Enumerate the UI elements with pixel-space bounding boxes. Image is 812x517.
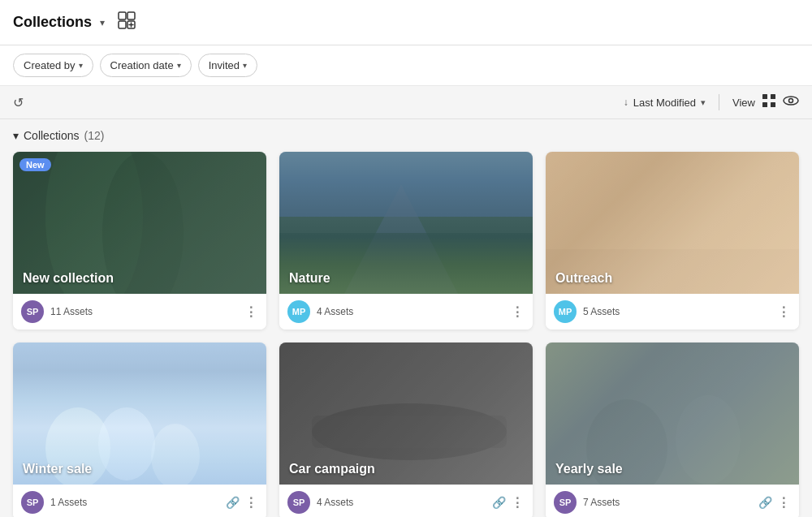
card-footer-left: MP 4 Assets bbox=[287, 300, 353, 323]
filter-creation-date[interactable]: Creation date ▾ bbox=[100, 54, 192, 77]
collection-card: New New collection SP 11 Assets ⋮ bbox=[13, 152, 266, 330]
invited-chevron-icon: ▾ bbox=[243, 61, 247, 70]
card-footer-left: SP 11 Assets bbox=[21, 300, 93, 323]
card-actions: ⋮ bbox=[777, 304, 791, 320]
collections-grid: New New collection SP 11 Assets ⋮ bbox=[13, 152, 799, 517]
avatar: SP bbox=[21, 300, 44, 323]
created-by-chevron-icon: ▾ bbox=[79, 61, 83, 70]
more-options-icon[interactable]: ⋮ bbox=[244, 495, 258, 511]
more-options-icon[interactable]: ⋮ bbox=[777, 304, 791, 320]
svg-rect-0 bbox=[119, 12, 126, 19]
eye-icon[interactable] bbox=[783, 93, 799, 112]
avatar: SP bbox=[554, 491, 577, 514]
svg-rect-1 bbox=[127, 12, 135, 19]
title-chevron-icon[interactable]: ▾ bbox=[100, 17, 105, 28]
section-title: Collections bbox=[24, 129, 79, 142]
sort-chevron-icon[interactable]: ▾ bbox=[701, 97, 706, 108]
sort-direction-icon: ↓ bbox=[624, 97, 628, 108]
view-label: View bbox=[732, 97, 755, 109]
card-footer-left: MP 5 Assets bbox=[554, 300, 620, 323]
card-actions: 🔗 ⋮ bbox=[226, 495, 258, 511]
asset-count: 1 Assets bbox=[50, 497, 87, 508]
asset-count: 11 Assets bbox=[50, 306, 93, 317]
sort-label: Last Modified bbox=[633, 97, 696, 109]
sort-control: ↓ Last Modified ▾ bbox=[624, 97, 706, 109]
collection-card: Outreach MP 5 Assets ⋮ bbox=[546, 152, 799, 330]
collections-title: Collections bbox=[13, 14, 92, 31]
section-count: (12) bbox=[84, 129, 104, 142]
filter-invited[interactable]: Invited ▾ bbox=[198, 54, 257, 77]
svg-point-10 bbox=[784, 97, 798, 105]
card-image[interactable]: Winter sale bbox=[13, 343, 266, 485]
card-footer: SP 11 Assets ⋮ bbox=[13, 294, 266, 330]
section-header[interactable]: ▾ Collections (12) bbox=[13, 129, 799, 142]
card-title: New collection bbox=[23, 271, 114, 286]
avatar: MP bbox=[287, 300, 310, 323]
card-title: Outreach bbox=[555, 271, 612, 286]
card-image[interactable]: Yearly sale bbox=[546, 343, 799, 485]
link-icon[interactable]: 🔗 bbox=[758, 496, 772, 509]
card-footer-left: SP 1 Assets bbox=[21, 491, 87, 514]
collection-card: Yearly sale SP 7 Assets 🔗 ⋮ bbox=[546, 343, 799, 517]
asset-count: 4 Assets bbox=[317, 306, 353, 317]
svg-rect-9 bbox=[771, 102, 775, 107]
svg-point-11 bbox=[789, 99, 793, 103]
refresh-icon[interactable]: ↺ bbox=[13, 95, 24, 110]
card-actions: 🔗 ⋮ bbox=[758, 495, 791, 511]
asset-count: 5 Assets bbox=[583, 306, 620, 317]
more-options-icon[interactable]: ⋮ bbox=[777, 495, 791, 511]
filter-bar: Created by ▾ Creation date ▾ Invited ▾ bbox=[0, 45, 812, 86]
avatar: SP bbox=[287, 491, 310, 514]
card-footer: SP 1 Assets 🔗 ⋮ bbox=[13, 485, 266, 517]
card-title: Car campaign bbox=[289, 462, 375, 476]
card-title: Nature bbox=[289, 271, 330, 286]
asset-count: 7 Assets bbox=[583, 497, 620, 508]
creation-date-chevron-icon: ▾ bbox=[177, 61, 181, 70]
card-image[interactable]: Nature bbox=[279, 152, 533, 294]
card-footer-left: SP 7 Assets bbox=[554, 491, 620, 514]
card-footer: MP 4 Assets ⋮ bbox=[279, 294, 533, 330]
card-image[interactable]: Car campaign bbox=[279, 343, 533, 485]
link-icon[interactable]: 🔗 bbox=[226, 496, 240, 509]
svg-point-30 bbox=[676, 395, 741, 485]
new-badge: New bbox=[19, 158, 51, 171]
main-content: ▾ Collections (12) New New collection SP… bbox=[0, 119, 812, 517]
toolbar: ↺ ↓ Last Modified ▾ View bbox=[0, 86, 812, 119]
avatar: MP bbox=[554, 300, 577, 323]
more-options-icon[interactable]: ⋮ bbox=[511, 495, 525, 511]
link-icon[interactable]: 🔗 bbox=[492, 496, 506, 509]
card-actions: ⋮ bbox=[244, 304, 258, 320]
add-collection-icon[interactable] bbox=[118, 11, 136, 33]
svg-point-24 bbox=[98, 407, 155, 480]
grid-view-icon[interactable] bbox=[762, 93, 776, 111]
card-actions: ⋮ bbox=[511, 304, 525, 320]
avatar: SP bbox=[21, 491, 44, 514]
filter-created-by[interactable]: Created by ▾ bbox=[13, 54, 93, 77]
card-footer-left: SP 4 Assets bbox=[287, 491, 353, 514]
svg-rect-6 bbox=[762, 94, 767, 99]
svg-rect-7 bbox=[771, 94, 775, 99]
card-title: Winter sale bbox=[23, 462, 92, 476]
card-actions: 🔗 ⋮ bbox=[492, 495, 525, 511]
more-options-icon[interactable]: ⋮ bbox=[511, 304, 525, 320]
card-image[interactable]: New New collection bbox=[13, 152, 266, 294]
asset-count: 4 Assets bbox=[317, 497, 353, 508]
card-footer: MP 5 Assets ⋮ bbox=[546, 294, 799, 330]
card-title: Yearly sale bbox=[555, 462, 623, 476]
collection-card: Nature MP 4 Assets ⋮ bbox=[279, 152, 533, 330]
collection-card: Car campaign SP 4 Assets 🔗 ⋮ bbox=[279, 343, 533, 517]
card-footer: SP 4 Assets 🔗 ⋮ bbox=[279, 485, 533, 517]
card-footer: SP 7 Assets 🔗 ⋮ bbox=[546, 485, 799, 517]
section-chevron-icon: ▾ bbox=[13, 129, 19, 142]
card-image[interactable]: Outreach bbox=[546, 152, 799, 294]
more-options-icon[interactable]: ⋮ bbox=[244, 304, 258, 320]
svg-rect-27 bbox=[312, 416, 507, 448]
svg-rect-2 bbox=[119, 21, 126, 28]
svg-rect-8 bbox=[762, 102, 767, 107]
collection-card: Winter sale SP 1 Assets 🔗 ⋮ bbox=[13, 343, 266, 517]
toolbar-divider bbox=[719, 94, 719, 110]
